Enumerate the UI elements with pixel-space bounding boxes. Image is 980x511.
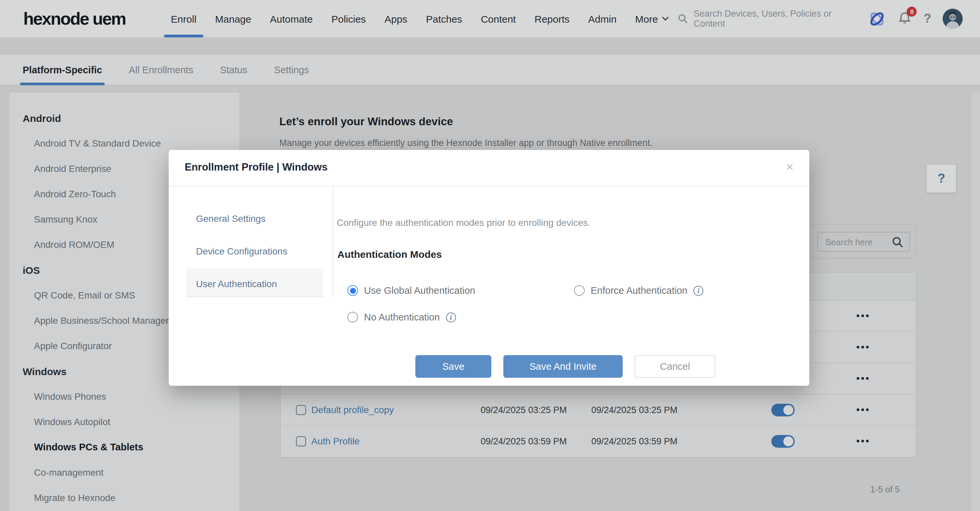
save-and-invite-button[interactable]: Save And Invite bbox=[503, 355, 623, 378]
modal-tab-general-settings[interactable]: General Settings bbox=[196, 213, 266, 224]
close-icon[interactable]: ✕ bbox=[784, 159, 796, 175]
option-label: Use Global Authentication bbox=[364, 285, 475, 296]
modal-tabs-divider bbox=[332, 187, 333, 298]
modal-title: Enrollment Profile | Windows bbox=[185, 161, 328, 173]
option-enforce-authentication[interactable]: Enforce Authentication i bbox=[574, 285, 703, 296]
modal-tab-device-configurations[interactable]: Device Configurations bbox=[196, 246, 287, 257]
option-label: Enforce Authentication bbox=[591, 285, 687, 296]
modal-description: Configure the authentication modes prior… bbox=[337, 217, 590, 228]
modal-tab-user-authentication[interactable]: User Authentication bbox=[196, 278, 277, 289]
option-use-global-authentication[interactable]: Use Global Authentication bbox=[347, 285, 475, 296]
option-label: No Authentication bbox=[364, 312, 440, 322]
radio-icon[interactable] bbox=[347, 312, 358, 322]
authentication-modes-heading: Authentication Modes bbox=[337, 249, 442, 260]
cancel-button[interactable]: Cancel bbox=[635, 355, 715, 378]
enrollment-profile-modal: Enrollment Profile | Windows ✕ General S… bbox=[169, 150, 809, 386]
option-no-authentication[interactable]: No Authentication i bbox=[347, 312, 456, 322]
radio-selected-icon[interactable] bbox=[347, 285, 358, 296]
radio-icon[interactable] bbox=[574, 285, 585, 296]
save-button[interactable]: Save bbox=[415, 355, 492, 378]
app-window: hexnode uem Enroll Manage Automate Polic… bbox=[0, 0, 980, 511]
modal-header-divider bbox=[169, 186, 809, 187]
info-icon[interactable]: i bbox=[445, 312, 456, 322]
info-icon[interactable]: i bbox=[693, 286, 703, 295]
